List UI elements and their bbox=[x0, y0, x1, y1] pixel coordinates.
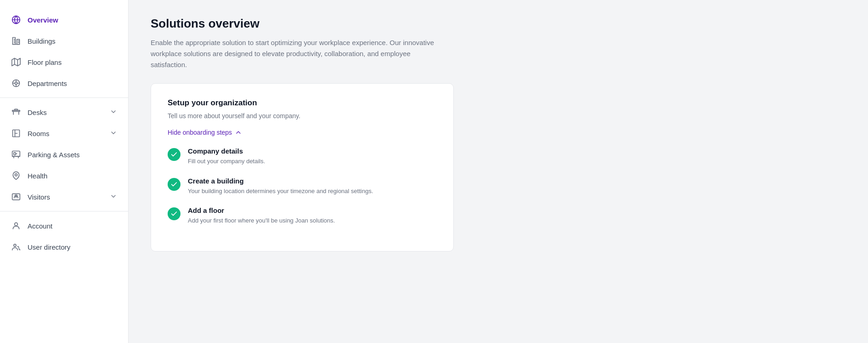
main-content: Solutions overview Enable the appropriat… bbox=[129, 0, 868, 343]
svg-point-34 bbox=[14, 244, 16, 246]
buildings-icon bbox=[11, 36, 21, 46]
sidebar-item-label-account: Account bbox=[28, 222, 117, 230]
sidebar-item-label-rooms: Rooms bbox=[28, 130, 103, 137]
hide-onboarding-link[interactable]: Hide onboarding steps bbox=[168, 129, 437, 136]
sidebar-item-label-desks: Desks bbox=[28, 109, 103, 116]
check-icon bbox=[170, 210, 178, 217]
setup-card: Setup your organization Tell us more abo… bbox=[151, 83, 454, 252]
sidebar-item-label-health: Health bbox=[28, 172, 117, 180]
check-icon bbox=[170, 151, 178, 158]
parking-icon bbox=[11, 149, 21, 160]
sidebar-item-desks[interactable]: Desks bbox=[0, 102, 128, 123]
sidebar-item-label-user-directory: User directory bbox=[28, 243, 117, 251]
svg-rect-3 bbox=[17, 40, 20, 45]
account-icon bbox=[11, 221, 21, 231]
sidebar-item-label-buildings: Buildings bbox=[28, 37, 117, 45]
step-desc-floor: Add your first floor where you'll be usi… bbox=[188, 216, 335, 225]
sidebar-item-departments[interactable]: Departments bbox=[0, 73, 128, 94]
sidebar-item-label-parking-assets: Parking & Assets bbox=[28, 151, 117, 159]
sidebar-item-label-visitors: Visitors bbox=[28, 193, 103, 201]
hide-onboarding-label: Hide onboarding steps bbox=[168, 129, 232, 136]
sidebar-item-health[interactable]: Health bbox=[0, 165, 128, 186]
chevron-down-icon-desks bbox=[110, 108, 117, 117]
chevron-down-icon-rooms bbox=[110, 129, 117, 138]
step-desc-building: Your building location determines your t… bbox=[188, 187, 373, 196]
sidebar-item-user-directory[interactable]: User directory bbox=[0, 236, 128, 257]
step-add-floor: Add a floor Add your first floor where y… bbox=[168, 206, 437, 225]
sidebar-item-overview[interactable]: Overview bbox=[0, 9, 128, 30]
sidebar-item-parking-assets[interactable]: Parking & Assets bbox=[0, 144, 128, 165]
sidebar-item-label-overview: Overview bbox=[28, 16, 117, 24]
step-name-company: Company details bbox=[188, 147, 265, 155]
step-content-building: Create a building Your building location… bbox=[188, 177, 373, 196]
step-company-details: Company details Fill out your company de… bbox=[168, 147, 437, 166]
sidebar: Overview Buildings Floor bbox=[0, 0, 129, 343]
sidebar-item-label-departments: Departments bbox=[28, 80, 117, 87]
step-create-building: Create a building Your building location… bbox=[168, 177, 437, 196]
sidebar-item-buildings[interactable]: Buildings bbox=[0, 30, 128, 51]
departments-icon bbox=[11, 78, 21, 88]
page-description: Enable the appropriate solution to start… bbox=[151, 37, 445, 70]
svg-rect-22 bbox=[15, 109, 18, 110]
sidebar-divider-1 bbox=[0, 97, 128, 98]
visitors-icon bbox=[11, 192, 21, 202]
step-name-floor: Add a floor bbox=[188, 206, 335, 214]
globe-icon bbox=[11, 15, 21, 25]
health-icon bbox=[11, 171, 21, 181]
sidebar-item-visitors[interactable]: Visitors bbox=[0, 186, 128, 207]
rooms-icon bbox=[11, 128, 21, 138]
sidebar-divider-2 bbox=[0, 211, 128, 212]
sidebar-item-account[interactable]: Account bbox=[0, 215, 128, 236]
page-title: Solutions overview bbox=[151, 17, 846, 31]
check-icon bbox=[170, 181, 178, 188]
svg-point-30 bbox=[15, 174, 17, 176]
user-directory-icon bbox=[11, 242, 21, 252]
step-completed-icon-building bbox=[168, 178, 180, 191]
sidebar-item-floor-plans[interactable]: Floor plans bbox=[0, 51, 128, 73]
chevron-down-icon-visitors bbox=[110, 193, 117, 201]
step-completed-icon-floor bbox=[168, 207, 180, 220]
step-desc-company: Fill out your company details. bbox=[188, 157, 265, 166]
setup-card-title: Setup your organization bbox=[168, 98, 437, 108]
svg-marker-10 bbox=[12, 58, 20, 66]
step-completed-icon-company bbox=[168, 148, 180, 161]
step-content-floor: Add a floor Add your first floor where y… bbox=[188, 206, 335, 225]
step-name-building: Create a building bbox=[188, 177, 373, 185]
sidebar-item-rooms[interactable]: Rooms bbox=[0, 123, 128, 144]
map-icon bbox=[11, 57, 21, 67]
svg-point-33 bbox=[15, 223, 18, 226]
sidebar-item-label-floor-plans: Floor plans bbox=[28, 58, 117, 66]
setup-card-subtitle: Tell us more about yourself and your com… bbox=[168, 112, 437, 120]
desks-icon bbox=[11, 107, 21, 117]
step-content-company: Company details Fill out your company de… bbox=[188, 147, 265, 166]
chevron-up-icon bbox=[235, 129, 242, 136]
